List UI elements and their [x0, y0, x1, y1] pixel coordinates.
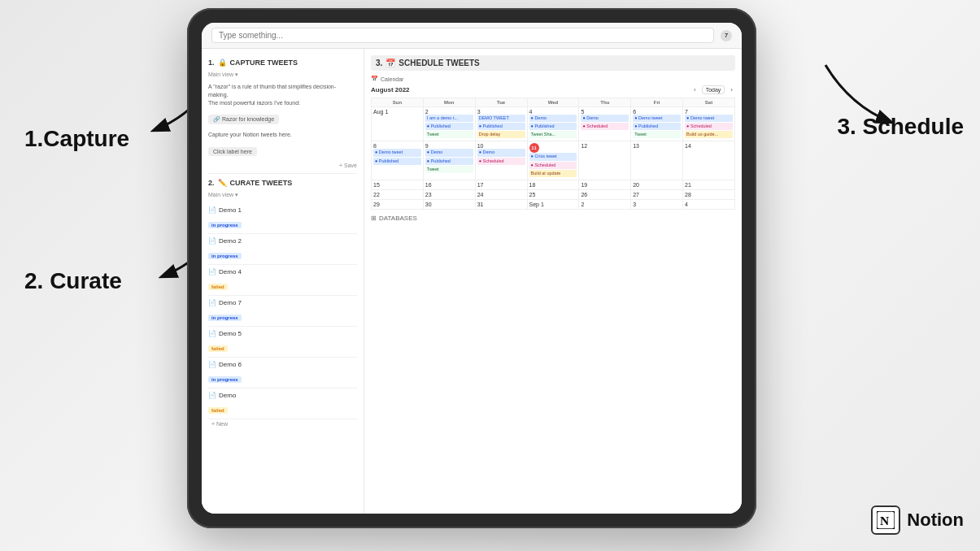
cal-event[interactable]: Tweet — [425, 131, 473, 138]
cal-event[interactable]: Tweet Sha... — [529, 131, 577, 138]
table-cell[interactable]: 24 — [475, 189, 527, 199]
list-item[interactable]: 📄 Demo 2 in progress — [208, 234, 357, 265]
cal-event[interactable]: ● Scheduled — [685, 123, 733, 130]
cal-event[interactable]: ● Scheduled — [477, 158, 525, 165]
table-cell[interactable]: 18 — [527, 180, 579, 189]
table-cell[interactable]: 26 — [579, 189, 631, 199]
cal-event[interactable]: ● Demo — [425, 149, 473, 156]
curate-add-btn[interactable]: + New — [208, 419, 357, 428]
list-item[interactable]: 📄 Demo 7 in progress — [208, 296, 357, 327]
tablet-device: 7 1. 🔒 CAPTURE TWEETS Main view ▾ A "ra — [187, 8, 756, 528]
curate-item-title: 📄 Demo 7 — [208, 299, 357, 306]
list-item[interactable]: 📄 Demo 4 failed — [208, 265, 357, 296]
cal-event[interactable]: ● Published — [425, 123, 473, 130]
cal-event[interactable]: DEMO TWEET — [477, 115, 525, 122]
curate-item-title: 📄 Demo 5 — [208, 330, 357, 337]
table-cell[interactable]: 16 — [423, 180, 475, 189]
table-row: Aug 1 2 I am a demo t... ● Published Twe… — [372, 107, 735, 141]
table-cell[interactable]: 4 ● Demo ● Published Tweet Sha... — [527, 107, 579, 141]
table-cell[interactable]: 6 ● Demo tweet ● Published Tweet — [631, 107, 683, 141]
cal-event[interactable]: ● Published — [529, 123, 577, 130]
cal-event[interactable]: ● Scheduled — [529, 162, 577, 169]
prev-month-btn[interactable]: ‹ — [691, 86, 699, 93]
table-cell[interactable]: 21 — [683, 180, 735, 189]
cal-event[interactable]: Tweet — [425, 166, 473, 173]
table-cell[interactable]: 3 — [631, 199, 683, 209]
click-label-btn[interactable]: Click label here — [208, 147, 257, 156]
cal-event[interactable]: ● Demo — [529, 115, 577, 122]
curate-icon: ✏️ — [218, 179, 227, 187]
table-cell[interactable]: 5 ● Demo ● Scheduled — [579, 107, 631, 141]
cal-event[interactable]: ● Criss tweet — [529, 153, 577, 160]
razor-link[interactable]: 🔗 Razor for knowledge — [208, 115, 279, 124]
cal-event[interactable]: ● Demo tweet — [685, 115, 733, 122]
today-cell: 11 — [529, 143, 577, 153]
cal-event[interactable]: Build at update — [529, 170, 577, 177]
table-cell[interactable]: 20 — [631, 180, 683, 189]
curate-item-title: 📄 Demo 6 — [208, 361, 357, 368]
table-cell[interactable]: 23 — [423, 189, 475, 199]
table-cell[interactable]: 15 — [372, 180, 424, 189]
cal-event[interactable]: ● Demo tweet — [373, 149, 421, 156]
table-cell[interactable]: 4 — [683, 199, 735, 209]
table-cell[interactable]: 2 — [579, 199, 631, 209]
cal-event[interactable]: ● Published — [477, 123, 525, 130]
list-item[interactable]: 📄 Demo 5 failed — [208, 327, 357, 358]
table-cell[interactable]: 14 — [683, 141, 735, 180]
status-badge: failed — [208, 407, 228, 414]
status-badge: failed — [208, 345, 228, 352]
page-icon: 📄 — [208, 330, 216, 337]
cal-event[interactable]: ● Published — [633, 123, 681, 130]
list-item[interactable]: 📄 Demo failed — [208, 388, 357, 419]
list-item[interactable]: 📄 Demo 6 in progress — [208, 358, 357, 388]
page-icon: 📄 — [208, 206, 216, 214]
cal-event[interactable]: ● Demo — [477, 149, 525, 156]
cal-event[interactable]: ● Demo tweet — [633, 115, 681, 122]
status-badge: in progress — [208, 253, 242, 259]
notion-logo-area: N Notion — [871, 505, 964, 535]
table-cell[interactable]: 28 — [683, 189, 735, 199]
next-month-btn[interactable]: › — [728, 86, 735, 93]
table-cell[interactable]: 13 — [631, 141, 683, 180]
curate-section: 2. ✏️ CURATE TWEETS Main view ▾ 📄 Demo 1… — [208, 179, 357, 428]
table-cell[interactable]: 19 — [579, 180, 631, 189]
table-cell[interactable]: Aug 1 — [372, 107, 424, 141]
table-cell[interactable]: 30 — [423, 199, 475, 209]
list-item[interactable]: 📄 Demo 1 in progress — [208, 203, 357, 234]
table-cell[interactable]: 10 ● Demo ● Scheduled — [475, 141, 527, 180]
cal-event[interactable]: I am a demo t... — [425, 115, 473, 122]
cal-event[interactable]: Tweet — [633, 131, 681, 138]
table-cell[interactable]: 25 — [527, 189, 579, 199]
screen-content: 1. 🔒 CAPTURE TWEETS Main view ▾ A "razor… — [202, 49, 742, 514]
calendar-controls: ‹ Today › — [691, 85, 735, 94]
capture-save-btn[interactable]: + Save — [208, 163, 357, 168]
schedule-header: 3. 📅 SCHEDULE TWEETS — [371, 55, 735, 71]
table-cell[interactable]: 29 — [372, 199, 424, 209]
table-cell[interactable]: Sep 1 — [527, 199, 579, 209]
capture-annotation: 1.Capture — [24, 126, 129, 152]
table-cell[interactable]: 7 ● Demo tweet ● Scheduled Build us guid… — [683, 107, 735, 141]
cal-event[interactable]: Build us guide... — [685, 131, 733, 138]
table-cell[interactable]: 31 — [475, 199, 527, 209]
cal-event[interactable]: ● Demo — [581, 115, 629, 122]
cal-event[interactable]: ● Scheduled — [581, 123, 629, 130]
table-cell[interactable]: 11 ● Criss tweet ● Scheduled Build at up… — [527, 141, 579, 180]
table-cell[interactable]: 27 — [631, 189, 683, 199]
search-input[interactable] — [211, 28, 714, 43]
table-cell[interactable]: 9 ● Demo ● Published Tweet — [423, 141, 475, 180]
table-cell[interactable]: 12 — [579, 141, 631, 180]
schedule-annotation: 3. Schedule — [837, 114, 964, 140]
cal-event[interactable]: Drop delay — [477, 131, 525, 138]
today-btn[interactable]: Today — [702, 85, 725, 94]
right-panel: 3. 📅 SCHEDULE TWEETS 📅 Calendar August 2… — [364, 49, 742, 514]
capture-view-label[interactable]: Main view ▾ — [208, 72, 357, 78]
cal-event[interactable]: ● Published — [373, 158, 421, 165]
table-cell[interactable]: 22 — [372, 189, 424, 199]
col-wed: Wed — [527, 98, 579, 107]
table-cell[interactable]: 17 — [475, 180, 527, 189]
curate-view-label[interactable]: Main view ▾ — [208, 192, 357, 198]
table-cell[interactable]: 2 I am a demo t... ● Published Tweet — [423, 107, 475, 141]
table-cell[interactable]: 8 ● Demo tweet ● Published — [372, 141, 424, 180]
cal-event[interactable]: ● Published — [425, 158, 473, 165]
table-cell[interactable]: 3 DEMO TWEET ● Published Drop delay — [475, 107, 527, 141]
